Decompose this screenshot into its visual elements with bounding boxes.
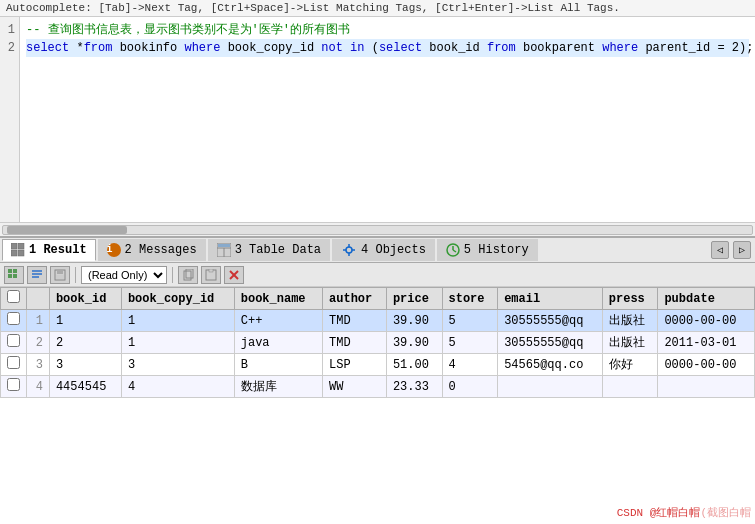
cell-store: 5 bbox=[442, 332, 498, 354]
results-table: book_id book_copy_id book_name author pr… bbox=[0, 287, 755, 398]
sql-line-2: select *from bookinfo where book_copy_id… bbox=[26, 39, 749, 57]
cell-price: 51.00 bbox=[386, 354, 442, 376]
tab-messages-label: 2 Messages bbox=[125, 243, 197, 257]
toolbar-btn-paste[interactable] bbox=[201, 266, 221, 284]
select-all-checkbox[interactable] bbox=[7, 290, 20, 303]
cell-book_id: 2 bbox=[49, 332, 121, 354]
col-header-book_copy_id[interactable]: book_copy_id bbox=[121, 288, 234, 310]
toolbar-btn-edit[interactable] bbox=[27, 266, 47, 284]
cell-book_name: 数据库 bbox=[234, 376, 322, 398]
svg-rect-19 bbox=[13, 274, 17, 278]
cell-author: WW bbox=[323, 376, 387, 398]
scrollbar-thumb[interactable] bbox=[7, 226, 127, 234]
cell-author: TMD bbox=[323, 332, 387, 354]
tab-result[interactable]: 1 Result bbox=[2, 239, 96, 261]
cell-pubdate: 0000-00-00 bbox=[658, 354, 755, 376]
table-row[interactable]: 444545454数据库WW23.330 bbox=[1, 376, 755, 398]
cell-pubdate: 0000-00-00 bbox=[658, 310, 755, 332]
row-checkbox[interactable] bbox=[7, 378, 20, 391]
result-toolbar: (Read Only) bbox=[0, 263, 755, 287]
cell-store: 0 bbox=[442, 376, 498, 398]
cell-press: 出版社 bbox=[602, 332, 658, 354]
toolbar-divider-2 bbox=[172, 267, 173, 283]
scrollbar-track[interactable] bbox=[2, 225, 753, 235]
col-header-book_name[interactable]: book_name bbox=[234, 288, 322, 310]
row-checkbox[interactable] bbox=[7, 356, 20, 369]
sql-editor[interactable]: 1 2 -- 查询图书信息表，显示图书类别不是为'医学'的所有图书 select… bbox=[0, 17, 755, 237]
results-tbody: 111C++TMD39.90530555555@qq出版社0000-00-002… bbox=[1, 310, 755, 398]
sql-line-1: -- 查询图书信息表，显示图书类别不是为'医学'的所有图书 bbox=[26, 21, 749, 39]
cell-email: 30555555@qq bbox=[498, 310, 603, 332]
col-header-author[interactable]: author bbox=[323, 288, 387, 310]
svg-rect-16 bbox=[8, 269, 12, 273]
tab-btn-2[interactable]: ▷ bbox=[733, 241, 751, 259]
table-row[interactable]: 221javaTMD39.90530555555@qq出版社2011-03-01 bbox=[1, 332, 755, 354]
toolbar-btn-save[interactable] bbox=[50, 266, 70, 284]
svg-rect-7 bbox=[218, 244, 230, 247]
cell-email bbox=[498, 376, 603, 398]
table-row[interactable]: 333BLSP51.00454565@qq.co你好0000-00-00 bbox=[1, 354, 755, 376]
toolbar-btn-delete[interactable] bbox=[224, 266, 244, 284]
col-header-pubdate[interactable]: pubdate bbox=[658, 288, 755, 310]
svg-rect-29 bbox=[209, 269, 213, 272]
col-header-press[interactable]: press bbox=[602, 288, 658, 310]
cell-book_name: B bbox=[234, 354, 322, 376]
col-header-price[interactable]: price bbox=[386, 288, 442, 310]
cell-email: 30555555@qq bbox=[498, 332, 603, 354]
svg-rect-27 bbox=[186, 269, 193, 278]
tab-history[interactable]: 5 History bbox=[437, 239, 538, 261]
tab-btn-1[interactable]: ◁ bbox=[711, 241, 729, 259]
tab-messages[interactable]: i 2 Messages bbox=[98, 239, 206, 261]
col-header-rownum bbox=[27, 288, 50, 310]
tab-right-buttons: ◁ ▷ bbox=[711, 241, 755, 259]
row-number: 2 bbox=[27, 332, 50, 354]
toolbar-btn-copy[interactable] bbox=[178, 266, 198, 284]
cell-press: 出版社 bbox=[602, 310, 658, 332]
tab-objects[interactable]: 4 Objects bbox=[332, 239, 435, 261]
svg-rect-0 bbox=[11, 243, 17, 249]
svg-rect-3 bbox=[18, 250, 24, 256]
cell-store: 5 bbox=[442, 310, 498, 332]
results-section: book_id book_copy_id book_name author pr… bbox=[0, 287, 755, 524]
svg-rect-1 bbox=[18, 243, 24, 249]
cell-book_name: java bbox=[234, 332, 322, 354]
svg-rect-18 bbox=[8, 274, 12, 278]
network-icon bbox=[341, 243, 357, 257]
info-icon: i bbox=[107, 243, 121, 257]
editor-content[interactable]: -- 查询图书信息表，显示图书类别不是为'医学'的所有图书 select *fr… bbox=[20, 17, 755, 222]
readonly-select[interactable]: (Read Only) bbox=[81, 266, 167, 284]
watermark: CSDN @红帽白帽(截图白帽 bbox=[617, 505, 751, 520]
cell-book_id: 1 bbox=[49, 310, 121, 332]
col-header-email[interactable]: email bbox=[498, 288, 603, 310]
tab-objects-label: 4 Objects bbox=[361, 243, 426, 257]
cell-book_id: 3 bbox=[49, 354, 121, 376]
svg-rect-25 bbox=[56, 275, 64, 279]
tab-tabledata[interactable]: 3 Table Data bbox=[208, 239, 330, 261]
editor-scrollbar[interactable] bbox=[0, 222, 755, 236]
col-header-book_id[interactable]: book_id bbox=[49, 288, 121, 310]
table-row[interactable]: 111C++TMD39.90530555555@qq出版社0000-00-00 bbox=[1, 310, 755, 332]
row-checkbox[interactable] bbox=[7, 312, 20, 325]
col-header-store[interactable]: store bbox=[442, 288, 498, 310]
cell-email: 54565@qq.co bbox=[498, 354, 603, 376]
tab-result-label: 1 Result bbox=[29, 243, 87, 257]
toolbar-btn-refresh[interactable] bbox=[4, 266, 24, 284]
tab-tabledata-label: 3 Table Data bbox=[235, 243, 321, 257]
cell-author: LSP bbox=[323, 354, 387, 376]
row-checkbox[interactable] bbox=[7, 334, 20, 347]
svg-rect-17 bbox=[13, 269, 17, 273]
toolbar-divider-1 bbox=[75, 267, 76, 283]
cell-book_id: 4454545 bbox=[49, 376, 121, 398]
row-number: 3 bbox=[27, 354, 50, 376]
cell-price: 39.90 bbox=[386, 310, 442, 332]
cell-pubdate bbox=[658, 376, 755, 398]
cell-book_copy_id: 1 bbox=[121, 332, 234, 354]
row-number: 4 bbox=[27, 376, 50, 398]
results-table-container[interactable]: book_id book_copy_id book_name author pr… bbox=[0, 287, 755, 524]
line-numbers: 1 2 bbox=[0, 17, 20, 222]
col-header-checkbox bbox=[1, 288, 27, 310]
cell-store: 4 bbox=[442, 354, 498, 376]
row-number: 1 bbox=[27, 310, 50, 332]
clock-icon bbox=[446, 243, 460, 257]
svg-rect-22 bbox=[32, 276, 39, 278]
